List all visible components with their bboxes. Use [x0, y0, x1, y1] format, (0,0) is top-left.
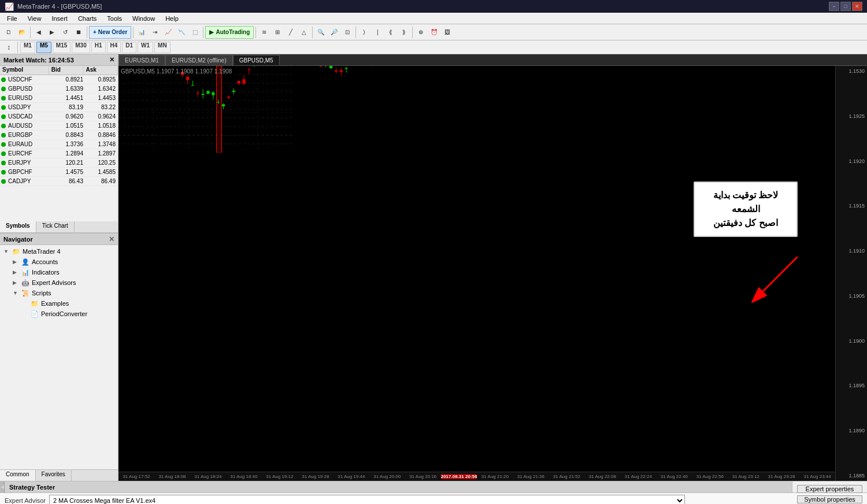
period-h4[interactable]: H4	[107, 42, 121, 53]
close-button[interactable]: ✕	[852, 2, 862, 11]
toolbar-screenshot-btn[interactable]: 🖼	[441, 26, 454, 39]
toolbar-indicator-btn[interactable]: ≋	[258, 26, 271, 39]
window-title: MetaTrader 4 - [GBPUSD,M5]	[17, 3, 102, 10]
toolbar-chart-btn4[interactable]: ⬚	[188, 26, 201, 39]
toolbar-zoom-out-btn[interactable]: 🔎	[328, 26, 340, 39]
toolbar-open-button[interactable]: 📂	[16, 26, 28, 39]
menu-tools[interactable]: Tools	[102, 14, 127, 23]
toolbar-autoscroll-button[interactable]: ⇥	[149, 26, 161, 39]
chart-tab-eurusd-m1[interactable]: EURUSD,M1	[118, 55, 165, 65]
market-watch-row[interactable]: USDCAD 0.9620 0.9624	[0, 112, 118, 121]
nav-tree-item-metatrader-4[interactable]: ▼ 📁 MetaTrader 4	[1, 246, 117, 257]
nav-tree-item-expert-advisors[interactable]: ▶ 🤖 Expert Advisors	[1, 277, 117, 288]
menu-file[interactable]: File	[2, 14, 22, 23]
period-mn[interactable]: MN	[154, 42, 171, 53]
period-m5[interactable]: M5	[36, 42, 51, 53]
navigator-close[interactable]: ✕	[109, 235, 114, 243]
nav-tree-item-scripts[interactable]: ▼ 📜 Scripts	[1, 288, 117, 298]
chart-main[interactable]: GBPUSD,M5 1.1907 1.1908 1.1907 1.1908	[118, 66, 867, 481]
menu-charts[interactable]: Charts	[73, 14, 101, 23]
market-watch-row[interactable]: EURCHF 1.2894 1.2897	[0, 149, 118, 158]
market-watch-row[interactable]: EURJPY 120.21 120.25	[0, 158, 118, 168]
toolbar-stop-button[interactable]: ⏹	[72, 26, 85, 39]
toolbar-template-btn[interactable]: ⊞	[271, 26, 284, 39]
toolbar-cross-btn[interactable]: ⊕	[414, 26, 427, 39]
toolbar-sep4	[203, 27, 203, 38]
mw-symbol: USDCHF	[7, 76, 53, 83]
mw-bid: 0.8843	[53, 132, 86, 138]
mw-ask: 83.22	[86, 104, 118, 110]
chart-tab-gbpusd-m5[interactable]: GBPUSD,M5	[233, 55, 280, 65]
toolbar-period-btn3[interactable]: ⟫	[398, 26, 410, 39]
mw-symbol: USDCAD	[7, 113, 53, 120]
toolbar-trendline-btn[interactable]: ╱	[284, 26, 297, 39]
market-watch-row[interactable]: AUDUSD 1.0515 1.0518	[0, 121, 118, 131]
tree-item-icon: 👤	[21, 257, 30, 266]
toolbar-refresh-button[interactable]: ↺	[59, 26, 72, 39]
toolbar-obj-btn[interactable]: △	[298, 26, 310, 39]
toolbar-new-button[interactable]: 🗋	[2, 26, 15, 39]
toolbar-sep5	[255, 27, 256, 38]
chart-tab-eurusd-m2[interactable]: EURUSD,M2 (offline)	[165, 55, 233, 65]
maximize-button[interactable]: □	[840, 2, 851, 11]
market-watch-row[interactable]: GBPCHF 1.4575 1.4585	[0, 168, 118, 177]
mw-ask: 0.8846	[86, 132, 118, 138]
period-m1[interactable]: M1	[20, 42, 35, 53]
market-watch-row[interactable]: USDCHF 0.8921 0.8925	[0, 75, 118, 84]
market-watch-close[interactable]: ✕	[109, 56, 114, 64]
toolbar-period-sep-btn[interactable]: |	[371, 26, 384, 39]
toolbar-period-cursor[interactable]: ↕	[2, 41, 15, 54]
period-m15[interactable]: M15	[53, 42, 71, 53]
mw-bid: 1.0515	[53, 123, 86, 129]
ea-label: Expert Advisor	[5, 497, 46, 504]
symbol-properties-button[interactable]: Symbol properties	[797, 495, 862, 503]
ea-row: Expert Advisor 2 MA Crosses Mega filter …	[0, 493, 867, 504]
nav-tree-item-examples[interactable]: 📁 Examples	[1, 298, 117, 309]
toolbar-back-button[interactable]: ◀	[32, 26, 45, 39]
toolbar-chart-btn1[interactable]: 📊	[135, 26, 148, 39]
nav-tree-item-accounts[interactable]: ▶ 👤 Accounts	[1, 257, 117, 267]
toolbar-properties-btn[interactable]: ⊡	[341, 26, 354, 39]
bp-collapse-btn[interactable]: ◀	[0, 481, 5, 493]
toolbar-cursor-btn[interactable]: ⟩	[358, 26, 370, 39]
minimize-button[interactable]: −	[829, 2, 839, 11]
mw-tab-symbols[interactable]: Symbols	[0, 221, 36, 232]
menu-view[interactable]: View	[23, 14, 46, 23]
period-w1[interactable]: W1	[138, 42, 153, 53]
nav-tab-common[interactable]: Common	[0, 470, 36, 481]
period-d1[interactable]: D1	[122, 42, 136, 53]
toolbar-period-btn2[interactable]: ⟪	[384, 26, 397, 39]
menu-window[interactable]: Window	[128, 14, 160, 23]
market-watch-row[interactable]: USDJPY 83.19 83.22	[0, 103, 118, 112]
new-order-button[interactable]: + New Order	[89, 26, 131, 39]
market-watch-row[interactable]: EURGBP 0.8843 0.8846	[0, 131, 118, 140]
mw-bid: 120.21	[53, 160, 86, 166]
chart-info: GBPUSD,M5 1.1907 1.1908 1.1907 1.1908	[121, 68, 232, 75]
mw-tab-tick[interactable]: Tick Chart	[36, 221, 75, 232]
mw-symbol: EURCHF	[7, 150, 53, 157]
toolbar-chart-btn3[interactable]: 📉	[175, 26, 188, 39]
nav-tree-item-indicators[interactable]: ▶ 📊 Indicators	[1, 267, 117, 277]
annotation-line1: لاحظ توقيت بداية الشمعه	[703, 188, 788, 216]
ea-select[interactable]: 2 MA Crosses Mega filter EA V1.ex4	[49, 495, 685, 505]
market-watch-row[interactable]: EURAUD 1.3736 1.3748	[0, 140, 118, 149]
menu-insert[interactable]: Insert	[47, 14, 72, 23]
strategy-tester-buttons: Expert properties Symbol properties Open…	[792, 481, 867, 492]
nav-tab-favorites[interactable]: Favorites	[36, 470, 72, 481]
market-watch-row[interactable]: GBPUSD 1.6339 1.6342	[0, 84, 118, 94]
toolbar-forward-button[interactable]: ▶	[46, 26, 58, 39]
tree-expand-icon: ▶	[13, 280, 20, 286]
market-watch-row[interactable]: CADJPY 86.43 86.49	[0, 177, 118, 186]
toolbar-alert-btn[interactable]: ⏰	[428, 26, 440, 39]
period-h1[interactable]: H1	[91, 42, 106, 53]
toolbar-zoom-in-btn[interactable]: 🔍	[314, 26, 327, 39]
expert-properties-button[interactable]: Expert properties	[797, 485, 862, 493]
menu-help[interactable]: Help	[161, 14, 183, 23]
nav-tree-item-periodconverter[interactable]: 📄 PeriodConverter	[1, 309, 117, 319]
toolbar-chart-btn2[interactable]: 📈	[162, 26, 175, 39]
mw-bid: 1.2894	[53, 150, 86, 157]
mw-symbol: EURJPY	[7, 160, 53, 166]
autotrading-button[interactable]: ▶ AutoTrading	[205, 26, 254, 39]
market-watch-row[interactable]: EURUSD 1.4451 1.4453	[0, 94, 118, 103]
period-m30[interactable]: M30	[72, 42, 90, 53]
